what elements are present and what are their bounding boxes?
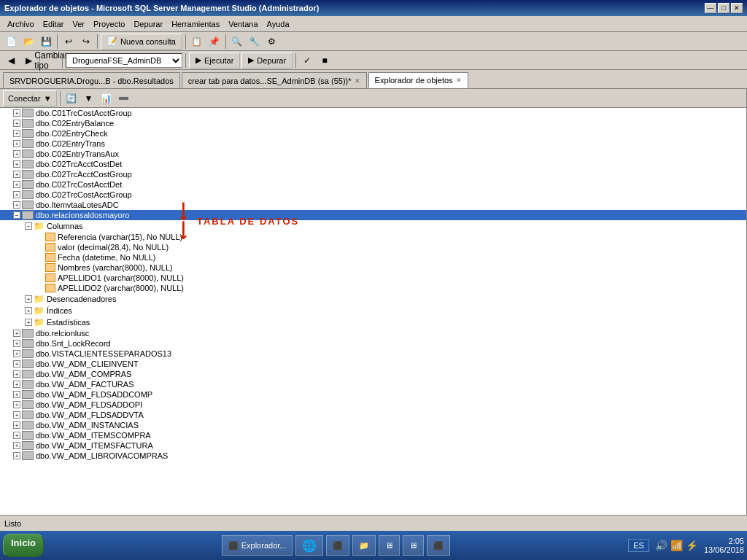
maximize-button[interactable]: □ xyxy=(718,3,729,13)
expand-icon[interactable]: + xyxy=(13,120,20,127)
taskbar-item-teamviewer[interactable]: 🖥 xyxy=(379,535,400,556)
expand-icon[interactable]: + xyxy=(13,442,20,449)
expand-icon[interactable]: + xyxy=(13,340,20,347)
object-explorer-tree[interactable]: +dbo.C01TrcCostAcctGroup+dbo.C02EntryBal… xyxy=(0,108,746,515)
tree-item[interactable]: +dbo.C02TrcCostAcctGroup xyxy=(0,190,746,200)
taskbar-item-files[interactable]: 📁 xyxy=(352,535,376,556)
expand-icon[interactable]: + xyxy=(13,150,20,158)
tree-item[interactable]: +dbo.C01TrcCostAcctGroup xyxy=(0,108,746,118)
menu-proyecto[interactable]: Proyecto xyxy=(89,18,129,30)
oe-report-btn[interactable]: 📊 xyxy=(98,90,115,106)
tree-item[interactable]: APELLIDO2 (varchar(8000), NULL) xyxy=(0,283,746,293)
connect-button[interactable]: Conectar ▼ xyxy=(3,90,57,106)
menu-ver[interactable]: Ver xyxy=(68,18,89,30)
tree-item[interactable]: +dbo.VW_ADM_FLDSADDVTA xyxy=(0,410,746,420)
settings-btn[interactable]: ⚙ xyxy=(264,34,280,50)
expand-icon[interactable]: + xyxy=(13,109,20,117)
tree-item[interactable]: +dbo.VW_ADM_LIBROIVACOMPRAS xyxy=(0,451,746,461)
tree-item[interactable]: +dbo.VW_ADM_FLDSADDOPI xyxy=(0,400,746,410)
tree-item[interactable]: Fecha (datetime, No NULL) xyxy=(0,252,746,262)
tree-item[interactable]: +dbo.relcionlusc xyxy=(0,328,746,338)
change-type-btn[interactable]: Cambiar tipo xyxy=(43,52,59,69)
tab-explorer-close[interactable]: ✕ xyxy=(456,77,462,84)
tree-item[interactable]: Referencia (varchar(15), No NULL) xyxy=(0,232,746,242)
tree-item[interactable]: +dbo.VW_ADM_FLDSADDCOMP xyxy=(0,389,746,400)
back-btn[interactable]: ◀ xyxy=(3,52,19,69)
expand-icon[interactable]: + xyxy=(13,381,20,388)
tab-results[interactable]: SRVDROGUERIA.Drogu...B - dbo.Resultados xyxy=(3,72,180,88)
tree-item[interactable]: +dbo.C02EntryBalance xyxy=(0,118,746,128)
menu-depurar[interactable]: Depurar xyxy=(129,18,167,30)
connect-dropdown-icon[interactable]: ▼ xyxy=(44,94,52,103)
tree-item[interactable]: +📁Índices xyxy=(0,305,746,316)
tab-explorer[interactable]: Explorador de objetos ✕ xyxy=(368,72,468,88)
tree-item[interactable]: +dbo.VW_ADM_ITEMSFACTURA xyxy=(0,440,746,451)
tree-item[interactable]: +dbo.C02TrcAcctCostDet xyxy=(0,159,746,169)
menu-ayuda[interactable]: Ayuda xyxy=(263,18,294,30)
expand-icon[interactable]: + xyxy=(13,171,20,178)
menu-herramientas[interactable]: Herramientas xyxy=(167,18,224,30)
database-selector[interactable]: DrogueriaFSE_AdminDB xyxy=(66,53,182,68)
redo-btn[interactable]: ↪ xyxy=(78,34,94,50)
debug-button[interactable]: ▶ Depurar xyxy=(241,52,293,69)
tree-item[interactable]: +dbo.C02TrcCostAcctDet xyxy=(0,179,746,190)
expand-icon[interactable]: + xyxy=(13,140,20,147)
expand-icon[interactable]: + xyxy=(25,307,32,314)
expand-icon[interactable]: + xyxy=(13,130,20,137)
expand-icon[interactable]: + xyxy=(13,330,20,337)
menu-archivo[interactable]: Archivo xyxy=(3,18,39,30)
tab-createtab[interactable]: crear tab para datos...SE_AdminDB (sa (5… xyxy=(182,72,367,88)
taskbar-item-other[interactable]: ⬛ xyxy=(427,535,450,556)
tree-item[interactable]: +📁Estadísticas xyxy=(0,316,746,328)
menu-ventana[interactable]: Ventana xyxy=(224,18,262,30)
search-btn[interactable]: 🔍 xyxy=(229,34,245,50)
undo-btn[interactable]: ↩ xyxy=(61,34,77,50)
save-btn[interactable]: 💾 xyxy=(38,34,54,50)
oe-collapse-btn[interactable]: ➖ xyxy=(116,90,132,106)
tree-item[interactable]: Nombres (varchar(8000), NULL) xyxy=(0,262,746,273)
menu-editar[interactable]: Editar xyxy=(39,18,69,30)
tree-item[interactable]: valor (decimal(28,4), No NULL) xyxy=(0,242,746,252)
expand-icon[interactable]: + xyxy=(13,181,20,188)
open-btn[interactable]: 📂 xyxy=(20,34,36,50)
copy-btn[interactable]: 📋 xyxy=(189,34,205,50)
tree-item[interactable]: +dbo.VW_ADM_ITEMSCOMPRA xyxy=(0,430,746,440)
execute-button[interactable]: ▶ Ejecutar xyxy=(189,52,240,69)
language-indicator[interactable]: ES xyxy=(628,539,649,552)
expand-icon[interactable]: + xyxy=(13,191,20,198)
tree-item[interactable]: +dbo.C02EntryCheck xyxy=(0,128,746,139)
expand-icon[interactable]: + xyxy=(25,319,32,326)
collapse-icon[interactable]: − xyxy=(13,211,20,219)
expand-icon[interactable]: + xyxy=(13,432,20,439)
tree-item[interactable]: APELLIDO1 (varchar(8000), NULL) xyxy=(0,273,746,283)
tree-item[interactable]: +dbo.VW_ADM_INSTANCIAS xyxy=(0,420,746,430)
taskbar-item-cmd[interactable]: ⬛ xyxy=(326,535,349,556)
expand-icon[interactable]: + xyxy=(13,421,20,429)
tree-item[interactable]: +dbo.VW_ADM_FACTURAS xyxy=(0,379,746,389)
tree-item[interactable]: −dbo.relacionsaldosmayoro xyxy=(0,210,746,220)
expand-icon[interactable]: + xyxy=(25,295,32,303)
minimize-button[interactable]: — xyxy=(705,3,716,13)
taskbar-item-browser[interactable]: 🌐 xyxy=(295,535,323,556)
oe-refresh-btn[interactable]: 🔄 xyxy=(63,90,80,106)
expand-icon[interactable]: + xyxy=(13,411,20,419)
expand-icon[interactable]: + xyxy=(13,201,20,209)
expand-icon[interactable]: + xyxy=(13,160,20,168)
new-query-button[interactable]: 📝 Nueva consulta xyxy=(101,34,182,50)
tree-item[interactable]: +dbo.VISTACLIENTESSEPARADOS13 xyxy=(0,349,746,359)
tree-item[interactable]: +dbo.Snt_LockRecord xyxy=(0,338,746,349)
tab-createtab-close[interactable]: ✕ xyxy=(355,77,360,85)
expand-icon[interactable]: + xyxy=(13,370,20,378)
taskbar-item-remote[interactable]: 🖥 xyxy=(403,535,424,556)
new-file-btn[interactable]: 📄 xyxy=(3,34,19,50)
tree-item[interactable]: +📁Desencadenadores xyxy=(0,293,746,305)
oe-filter-btn[interactable]: ▼ xyxy=(81,90,97,106)
paste-btn[interactable]: 📌 xyxy=(206,34,222,50)
expand-icon[interactable]: + xyxy=(13,350,20,357)
collapse-icon[interactable]: − xyxy=(25,222,32,230)
stop-btn[interactable]: ■ xyxy=(317,52,333,69)
tree-item[interactable]: +dbo.VW_ADM_CLIEINVENT xyxy=(0,359,746,369)
checkmark-btn[interactable]: ✓ xyxy=(299,52,315,69)
expand-icon[interactable]: + xyxy=(13,391,20,398)
tree-item[interactable]: +dbo.C02TrcAcctCostGroup xyxy=(0,169,746,179)
